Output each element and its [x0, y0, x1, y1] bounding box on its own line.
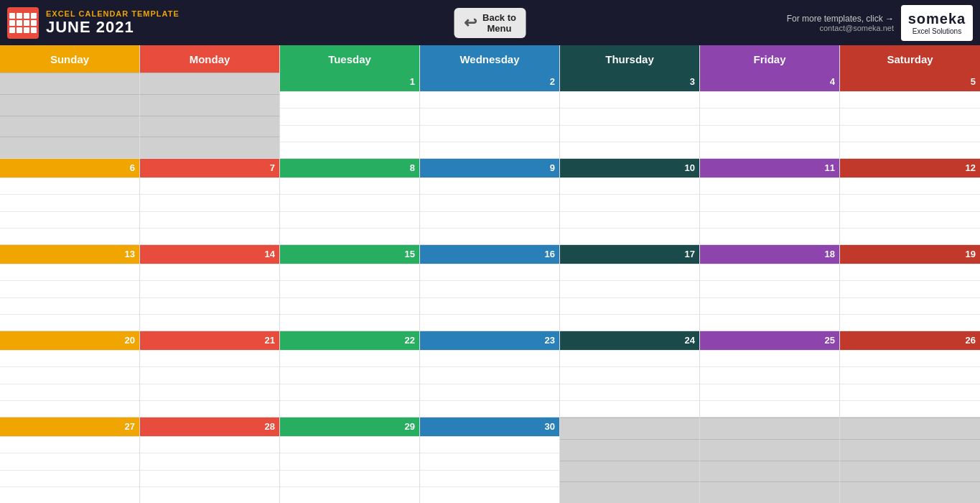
day-cell[interactable]: 9 [420, 159, 560, 244]
calendar-icon [9, 13, 37, 33]
day-number: 3 [560, 73, 699, 91]
day-cell[interactable]: 5 [840, 73, 980, 158]
day-number: 28 [140, 417, 279, 436]
header-title-group: EXCEL CALENDAR TEMPLATE JUNE 2021 [46, 9, 179, 37]
day-cell[interactable]: 21 [140, 331, 280, 417]
app-logo-icon [7, 7, 39, 39]
day-header-friday: Friday [700, 45, 840, 73]
day-header-thursday: Thursday [560, 45, 700, 73]
day-number: 26 [840, 331, 980, 350]
weeks-container: 1234567891011121314151617181920212223242… [0, 73, 980, 503]
back-arrow-icon: ↩ [464, 14, 477, 32]
day-cell[interactable]: 19 [840, 245, 980, 331]
day-cell[interactable] [0, 73, 140, 158]
week-row-3: 13141516171819 [0, 245, 980, 331]
day-number: 30 [420, 417, 559, 436]
day-number: 24 [560, 331, 699, 350]
day-number: 5 [840, 73, 980, 91]
day-number: 16 [420, 245, 559, 264]
day-number: 22 [280, 331, 419, 350]
day-cell[interactable]: 26 [840, 331, 980, 417]
back-button-label: Back toMenu [482, 12, 516, 34]
day-cell[interactable]: 15 [280, 245, 420, 331]
day-number: 18 [700, 245, 839, 264]
day-number: 15 [280, 245, 419, 264]
day-number: 27 [0, 417, 139, 436]
day-number: 1 [280, 73, 419, 91]
day-number: 10 [560, 159, 699, 177]
day-number: 13 [0, 245, 139, 264]
day-cell[interactable]: 28 [140, 417, 280, 503]
day-number: 21 [140, 331, 279, 350]
day-cell[interactable]: 8 [280, 159, 420, 244]
day-header-sunday: Sunday [0, 45, 140, 73]
day-number: 19 [840, 245, 980, 264]
day-number: 11 [700, 159, 839, 177]
day-cell[interactable]: 27 [0, 417, 140, 503]
day-cell[interactable]: 11 [700, 159, 840, 244]
day-cell[interactable]: 30 [420, 417, 560, 503]
week-row-5: 27282930 [0, 417, 980, 503]
day-cell[interactable]: 7 [140, 159, 280, 244]
day-cell[interactable]: 14 [140, 245, 280, 331]
day-cell[interactable]: 24 [560, 331, 700, 417]
day-number: 2 [420, 73, 559, 91]
day-header-monday: Monday [140, 45, 280, 73]
day-number: 14 [140, 245, 279, 264]
someka-sub: Excel Solutions [913, 27, 961, 35]
week-row-2: 6789101112 [0, 159, 980, 245]
day-cell[interactable]: 29 [280, 417, 420, 503]
day-cell[interactable] [700, 417, 840, 503]
day-number: 12 [840, 159, 980, 177]
week-row-1: 12345 [0, 73, 980, 159]
day-number: 17 [560, 245, 699, 264]
day-number: 4 [700, 73, 839, 91]
contact-email: contact@someka.net [820, 24, 895, 32]
app-header: EXCEL CALENDAR TEMPLATE JUNE 2021 ↩ Back… [0, 0, 980, 45]
day-number: 23 [420, 331, 559, 350]
day-header-saturday: Saturday [840, 45, 980, 73]
day-cell[interactable]: 12 [840, 159, 980, 244]
week-row-4: 20212223242526 [0, 331, 980, 417]
someka-name: someka [908, 11, 966, 27]
day-cell[interactable]: 18 [700, 245, 840, 331]
month-title: JUNE 2021 [46, 18, 179, 37]
day-header-tuesday: Tuesday [280, 45, 420, 73]
day-number: 7 [140, 159, 279, 177]
day-cell[interactable]: 25 [700, 331, 840, 417]
day-header-wednesday: Wednesday [420, 45, 560, 73]
day-cell[interactable]: 22 [280, 331, 420, 417]
day-number: 8 [280, 159, 419, 177]
day-number: 6 [0, 159, 139, 177]
day-number: 9 [420, 159, 559, 177]
more-templates-text: For more templates, click → [787, 14, 894, 24]
day-cell[interactable]: 17 [560, 245, 700, 331]
day-headers-row: Sunday Monday Tuesday Wednesday Thursday… [0, 45, 980, 73]
day-cell[interactable]: 6 [0, 159, 140, 244]
day-cell[interactable]: 2 [420, 73, 560, 158]
day-cell[interactable]: 23 [420, 331, 560, 417]
day-cell[interactable] [140, 73, 280, 158]
day-cell[interactable]: 4 [700, 73, 840, 158]
day-cell[interactable] [840, 417, 980, 503]
day-cell[interactable]: 13 [0, 245, 140, 331]
header-right: For more templates, click → contact@some… [787, 14, 894, 32]
back-to-menu-button[interactable]: ↩ Back toMenu [454, 8, 526, 38]
day-cell[interactable] [560, 417, 700, 503]
day-cell[interactable]: 3 [560, 73, 700, 158]
calendar-container: Sunday Monday Tuesday Wednesday Thursday… [0, 45, 980, 503]
day-number: 20 [0, 331, 139, 350]
template-label: EXCEL CALENDAR TEMPLATE [46, 9, 179, 18]
day-number: 29 [280, 417, 419, 436]
someka-logo: someka Excel Solutions [901, 5, 973, 41]
day-cell[interactable]: 16 [420, 245, 560, 331]
day-cell[interactable]: 20 [0, 331, 140, 417]
day-cell[interactable]: 10 [560, 159, 700, 244]
day-cell[interactable]: 1 [280, 73, 420, 158]
day-number: 25 [700, 331, 839, 350]
